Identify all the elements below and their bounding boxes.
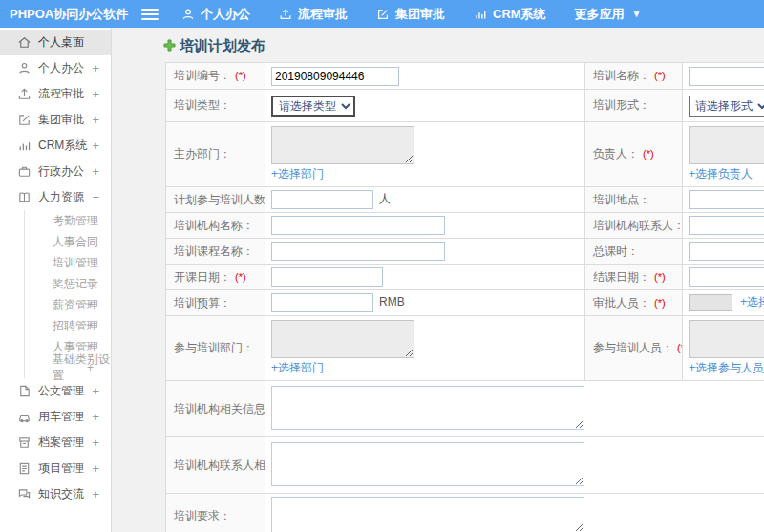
nav-process-approval[interactable]: 流程审批 — [279, 6, 348, 23]
org-info-textarea[interactable] — [271, 386, 584, 430]
row-number-name: 培训编号：(*) 培训名称：(*) — [166, 63, 764, 90]
start-date-input[interactable] — [271, 267, 383, 287]
sidebar-item-knowledge-exchange[interactable]: 知识交流 + — [0, 481, 111, 507]
row-orgname-orgcontact: 培训机构名称： 培训机构联系人： — [166, 213, 764, 239]
menu-toggle-icon[interactable] — [141, 9, 159, 20]
sidebar-submenu-hr: 考勤管理 人事合同 培训管理 奖惩记录 薪资管理 + 招聘管理 + 人事管理 +… — [24, 210, 111, 378]
row-startdate-enddate: 开课日期：(*) 结课日期：(*) — [166, 265, 764, 290]
document-icon — [17, 384, 32, 398]
sidebar-subitem-hr-contract[interactable]: 人事合同 — [25, 231, 111, 252]
end-date-input[interactable] — [689, 267, 764, 287]
row-course-hours: 培训课程名称： 总课时： — [166, 239, 764, 265]
sidebar-item-archive-mgmt[interactable]: 档案管理 + — [0, 430, 111, 456]
join-people-textarea[interactable] — [689, 320, 764, 358]
expand-plus-icon[interactable]: + — [92, 164, 99, 179]
row-type-mode: 培训类型： 请选择类型 培训形式： 请选择形式 — [166, 90, 764, 122]
expand-plus-icon[interactable]: + — [92, 410, 99, 424]
sidebar-item-vehicle-mgmt[interactable]: 用车管理 + — [0, 404, 111, 430]
upload-icon — [279, 8, 292, 21]
archive-icon — [17, 436, 32, 450]
select-dept-link[interactable]: +选择部门 — [271, 166, 579, 182]
host-dept-textarea[interactable] — [271, 126, 414, 164]
sidebar-item-personal-office[interactable]: 个人办公 + — [0, 55, 111, 81]
upload-icon — [17, 87, 32, 101]
expand-plus-icon[interactable]: + — [92, 87, 99, 101]
planned-count-input[interactable] — [271, 190, 373, 209]
user-icon — [17, 61, 32, 75]
required-mark: (*) — [235, 271, 246, 283]
sidebar-item-crm-system[interactable]: CRM系统 + — [0, 133, 111, 159]
select-approver-link[interactable]: +选择审批人员 — [740, 295, 764, 309]
field-label: 培训机构联系人相关信息： — [174, 458, 265, 472]
location-input[interactable] — [689, 190, 764, 209]
nav-group-approval[interactable]: 集团审批 — [376, 6, 445, 23]
expand-plus-icon[interactable]: + — [87, 361, 94, 374]
expand-plus-icon[interactable]: + — [92, 461, 99, 476]
row-requirements: 培训要求： — [166, 494, 764, 532]
org-name-input[interactable] — [271, 216, 445, 235]
edit-icon — [376, 8, 390, 21]
sidebar-subitem-training[interactable]: 培训管理 — [25, 252, 111, 273]
user-icon — [181, 8, 195, 21]
budget-input[interactable] — [271, 293, 373, 312]
leader-textarea[interactable] — [689, 126, 764, 164]
sidebar-item-admin-office[interactable]: 行政办公 + — [0, 159, 111, 184]
required-mark: (*) — [677, 342, 683, 353]
page-header: 培训计划发布 — [163, 37, 265, 55]
training-mode-select[interactable]: 请选择形式 — [689, 96, 764, 117]
field-label: 审批人员： — [593, 296, 650, 309]
top-navigation: 个人办公 流程审批 集团审批 CRM系统 更多应用 ▼ — [181, 6, 642, 23]
expand-plus-icon[interactable]: + — [92, 113, 99, 127]
sidebar-subitem-salary[interactable]: 薪资管理 + — [25, 294, 111, 315]
sidebar-item-document-mgmt[interactable]: 公文管理 + — [0, 378, 111, 404]
sidebar-subitem-base-categories[interactable]: 基础类别设置 + — [25, 357, 111, 378]
join-dept-textarea[interactable] — [271, 320, 414, 358]
sidebar-item-project-mgmt[interactable]: 项目管理 + — [0, 456, 111, 481]
sidebar-item-human-resources[interactable]: 人力资源 − — [0, 184, 111, 210]
select-join-dept-link[interactable]: +选择部门 — [271, 360, 579, 376]
org-contact-info-textarea[interactable] — [271, 442, 584, 486]
expand-plus-icon[interactable]: + — [87, 319, 94, 332]
required-mark: (*) — [654, 271, 666, 283]
org-contact-input[interactable] — [689, 216, 764, 235]
bar-chart-icon — [17, 138, 32, 153]
select-leader-link[interactable]: +选择负责人 — [689, 166, 764, 182]
approver-box[interactable] — [689, 294, 732, 311]
sidebar-item-process-approval[interactable]: 流程审批 + — [0, 81, 111, 107]
home-icon — [17, 35, 32, 50]
requirements-textarea[interactable] — [271, 497, 584, 532]
expand-plus-icon[interactable]: + — [92, 138, 99, 153]
sidebar-subitem-rewards[interactable]: 奖惩记录 — [25, 273, 111, 294]
field-label: 结课日期： — [593, 270, 650, 284]
expand-plus-icon[interactable]: + — [92, 384, 99, 398]
select-join-people-link[interactable]: +选择参与人员 — [689, 360, 764, 376]
sidebar: 个人桌面 个人办公 + 流程审批 + 集团审批 + CRM系统 + 行政办公 + — [0, 28, 112, 532]
training-name-input[interactable] — [689, 67, 764, 86]
book-icon — [17, 190, 32, 204]
training-type-select[interactable]: 请选择类型 — [271, 96, 355, 117]
field-label: 培训类型： — [174, 98, 231, 112]
page-title: 培训计划发布 — [180, 37, 265, 55]
expand-plus-icon[interactable]: + — [92, 61, 99, 75]
expand-plus-icon[interactable]: + — [92, 487, 99, 501]
unit-label: 人 — [379, 192, 391, 205]
sidebar-subitem-attendance[interactable]: 考勤管理 — [25, 210, 111, 231]
total-hours-input[interactable] — [689, 242, 764, 261]
field-label: 负责人： — [593, 147, 639, 160]
field-label: 总课时： — [593, 245, 639, 258]
nav-personal-office[interactable]: 个人办公 — [181, 6, 250, 23]
nav-more-apps[interactable]: 更多应用 ▼ — [575, 6, 642, 23]
training-plan-form: 培训编号：(*) 培训名称：(*) 培训类型： 请选择类型 培训形式： 请选择形… — [165, 62, 764, 532]
expand-plus-icon[interactable]: + — [92, 436, 99, 450]
field-label: 参与培训部门： — [174, 341, 254, 354]
sidebar-subitem-recruitment[interactable]: 招聘管理 + — [25, 315, 111, 336]
required-mark: (*) — [654, 70, 666, 81]
expand-plus-icon[interactable]: + — [87, 298, 94, 311]
collapse-minus-icon[interactable]: − — [92, 190, 99, 204]
course-name-input[interactable] — [271, 242, 445, 261]
training-number-input[interactable] — [271, 67, 399, 86]
nav-crm-system[interactable]: CRM系统 — [474, 6, 546, 23]
sidebar-item-personal-desktop[interactable]: 个人桌面 — [0, 30, 111, 55]
row-count-location: 计划参与培训人数：(*) 人 培训地点： — [166, 187, 764, 213]
sidebar-item-group-approval[interactable]: 集团审批 + — [0, 107, 111, 133]
